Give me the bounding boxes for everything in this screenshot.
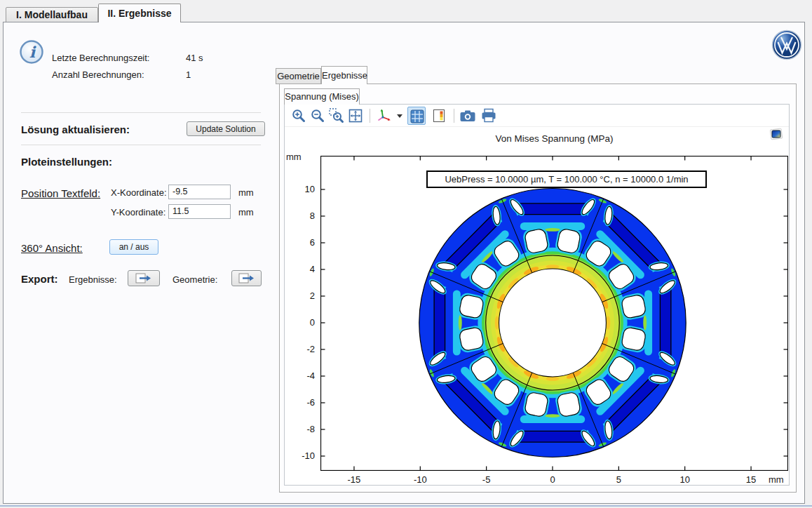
toolbar-separator [370, 109, 370, 123]
y-koordinate-input[interactable]: 11.5 [168, 204, 231, 219]
app-window: I. Modellaufbau II. Ergebnisse i Letzte … [0, 0, 812, 508]
x-tick-label: 10 [670, 474, 701, 485]
info-icon: i [19, 39, 45, 65]
plot-settings-label: Ploteinstellungen: [21, 156, 112, 168]
calc-count-label: Anzahl Berechnungen: [52, 69, 144, 80]
x-koordinate-label: X-Koordinate: [111, 187, 167, 198]
x-tick-label: 5 [603, 474, 634, 485]
x-tick-label: 15 [736, 474, 766, 485]
y-tick-label: -8 [283, 424, 315, 434]
export-results-button[interactable] [128, 270, 160, 286]
y-koordinate-label: Y-Koordinate: [111, 207, 165, 218]
print-icon[interactable] [480, 108, 497, 123]
y-unit-label: mm [238, 207, 254, 218]
position-textfeld-label: Position Textfeld: [21, 187, 100, 199]
graphics-toolbar [285, 105, 789, 127]
export-label: Export: [21, 273, 58, 285]
export-icon [238, 273, 255, 284]
export-results-label: Ergebnisse: [69, 274, 117, 285]
stress-plot [320, 156, 788, 471]
zoom-box-icon[interactable] [329, 108, 344, 123]
zoom-in-icon[interactable] [291, 108, 306, 123]
plot-annotation: UebPress = 10.0000 µm, T = 100.000 °C, n… [426, 171, 707, 188]
legend-icon[interactable] [432, 108, 447, 123]
y-tick-label: 0 [283, 317, 315, 328]
y-tick-label: -10 [283, 450, 315, 461]
view-360-label: 360° Ansicht: [21, 242, 83, 254]
calc-count-value: 1 [186, 69, 191, 80]
update-section-label: Lösung aktualisieren: [21, 123, 130, 135]
y-axis-unit: mm [286, 152, 302, 162]
grid-glyph [410, 109, 424, 123]
tab-ergebnisse-right[interactable]: Ergebnisse [321, 66, 367, 84]
plot-title: Von Mises Spannung (MPa) [320, 133, 788, 144]
vw-logo [771, 29, 802, 60]
grid-icon[interactable] [407, 107, 426, 125]
y-tick-label: 8 [283, 210, 315, 221]
tab-spannung-mises[interactable]: Spannung (Mises) [284, 88, 360, 105]
export-geometry-label: Geometrie: [172, 274, 217, 285]
x-koordinate-input[interactable]: -9.5 [168, 185, 231, 199]
y-tick-label: 10 [283, 184, 315, 194]
export-icon [135, 273, 152, 284]
last-calc-time-label: Letzte Berechnungszeit: [52, 53, 149, 63]
separator [21, 145, 261, 145]
plot-flip-icon[interactable] [769, 126, 784, 142]
window-bottom-edge [0, 505, 812, 507]
last-calc-time-value: 41 s [186, 53, 203, 63]
orientation-dropdown-icon[interactable] [395, 108, 404, 123]
y-tick-label: 4 [283, 264, 315, 274]
separator [21, 112, 261, 113]
update-solution-button[interactable]: Update Solution [187, 121, 265, 136]
toolbar-separator [454, 109, 454, 123]
x-axis-unit: mm [769, 474, 784, 485]
tab-ergebnisse[interactable]: II. Ergebnisse [98, 4, 181, 22]
zoom-extents-icon[interactable] [348, 108, 363, 123]
snapshot-icon[interactable] [459, 108, 477, 123]
y-tick-label: -2 [283, 344, 315, 354]
x-tick-label: -10 [405, 474, 435, 485]
x-tick-label: -5 [471, 474, 502, 485]
y-tick-label: -4 [283, 370, 315, 381]
view-toggle-button[interactable]: an / aus [109, 239, 158, 255]
orientation-icon[interactable] [375, 107, 392, 124]
y-tick-label: 2 [283, 290, 315, 301]
tab-geometrie[interactable]: Geometrie [276, 68, 321, 84]
y-tick-label: 6 [283, 237, 315, 248]
zoom-out-icon[interactable] [310, 108, 325, 123]
x-unit-label: mm [238, 187, 254, 198]
y-tick-label: -6 [283, 397, 315, 408]
tab-modellaufbau[interactable]: I. Modellaufbau [6, 7, 98, 22]
export-geometry-button[interactable] [231, 270, 262, 286]
x-tick-label: 0 [537, 474, 568, 485]
x-tick-label: -15 [339, 474, 370, 485]
